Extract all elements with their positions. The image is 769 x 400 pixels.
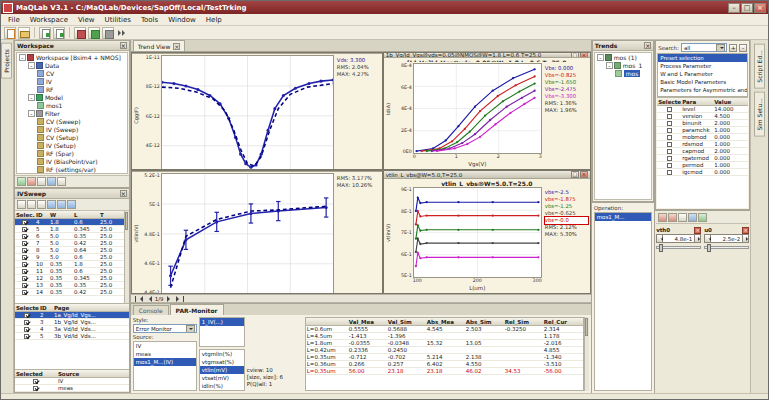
tree-item[interactable]: CV (Setup) — [17, 133, 127, 141]
metric-item[interactable]: idlin(%) — [200, 382, 244, 390]
close-icon[interactable] — [173, 43, 180, 50]
table-row[interactable]: 110.350.625.0 — [15, 268, 124, 275]
menu-item-utilities[interactable]: Utilities — [100, 16, 136, 24]
legend-entry[interactable]: Vbs=-3.300 — [545, 93, 588, 100]
legend-entry[interactable]: Vbs: 0.000 — [545, 65, 588, 72]
header-cell[interactable]: L — [73, 211, 99, 218]
header-cell[interactable]: T — [99, 211, 123, 218]
header-cell[interactable]: Selected — [15, 370, 57, 377]
table-row[interactable]: 100.351.825.0 — [15, 261, 124, 268]
metric-item[interactable]: vtgmsat(%) — [200, 358, 244, 366]
menu-item-help[interactable]: Help — [201, 16, 227, 24]
tree-item[interactable]: IV (Setup) — [17, 141, 127, 149]
tree-item[interactable]: IV (Sweep) — [17, 125, 127, 133]
source-item[interactable]: meas — [134, 350, 196, 358]
lock-icon[interactable] — [658, 213, 667, 222]
tab-projects[interactable]: Projects — [1, 43, 12, 79]
table-row[interactable]: 120.350.34525.0 — [15, 275, 124, 282]
minimize-button[interactable]: – — [728, 3, 740, 13]
tree-item[interactable]: mos1 — [17, 101, 127, 109]
open-icon[interactable] — [18, 27, 30, 39]
table-row[interactable]: rdsmod1.000 — [657, 141, 748, 148]
header-cell[interactable]: Page — [53, 304, 125, 311]
checkbox[interactable] — [24, 313, 29, 318]
legend-entry[interactable]: RMS: 3.177% — [337, 175, 380, 182]
parameter-group-item[interactable]: Parameters for Asymmetric and Bias-Depen… — [658, 86, 747, 94]
header-cell[interactable]: Val_Sim — [387, 318, 426, 325]
table-row[interactable]: L=0.42um0.23360.24504.855 — [306, 347, 583, 354]
style-combobox[interactable]: Error Monitor — [133, 324, 197, 333]
checkbox[interactable] — [667, 170, 672, 175]
tree-item[interactable]: -Workspace [Bsim4 + NMOS] — [17, 53, 127, 61]
checkbox[interactable] — [22, 227, 27, 232]
table-row[interactable]: IV — [15, 378, 129, 385]
table-row[interactable]: version4.500 — [657, 113, 748, 120]
legend-entry[interactable]: MAX: 4.27% — [337, 71, 380, 78]
table-row[interactable]: 65.00.3525.0 — [15, 233, 124, 240]
header-cell[interactable]: W — [49, 211, 73, 218]
parameter-group-item[interactable]: W and L Parameter — [658, 70, 747, 78]
table-row[interactable]: mobmod0.000 — [657, 134, 748, 141]
menu-item-workspace[interactable]: Workspace — [25, 16, 73, 24]
tab-trend-view[interactable]: Trend View — [133, 40, 186, 51]
tree-item[interactable]: RF (Spar) — [17, 149, 127, 157]
table-row[interactable]: level14.000 — [657, 106, 748, 113]
checkbox[interactable] — [22, 220, 27, 225]
tree-item[interactable]: IV (BiasPoint/var) — [17, 157, 127, 165]
table-row[interactable]: binunit2.000 — [657, 120, 748, 127]
menu-item-file[interactable]: File — [3, 16, 25, 24]
header-cell[interactable]: Value — [713, 98, 743, 105]
tuner-slider[interactable] — [656, 246, 701, 249]
tree-item[interactable]: -Filter — [17, 109, 127, 117]
metric-item[interactable]: idsat(%) — [200, 390, 244, 391]
legend-entry[interactable]: RMS: 1.36% — [545, 100, 588, 107]
slider-handle[interactable] — [659, 244, 663, 252]
connect-instrument-icon[interactable] — [74, 27, 86, 39]
legend-entry[interactable]: RMS: 2.12% — [545, 224, 588, 231]
header-cell[interactable]: Val_Mea — [348, 318, 387, 325]
table-row[interactable]: 41.80.625.0 — [15, 219, 124, 226]
checkbox[interactable] — [667, 135, 672, 140]
checkbox[interactable] — [24, 320, 29, 325]
legend-entry[interactable]: vbs=-1.25 — [545, 203, 588, 210]
header-cell[interactable]: Abs_Mea — [426, 318, 465, 325]
prev-page-button[interactable] — [146, 296, 152, 302]
checkbox[interactable] — [22, 276, 27, 281]
legend-entry[interactable]: RMS: 2.04% — [337, 64, 380, 71]
checkbox[interactable] — [667, 163, 672, 168]
plot-window-titlebar[interactable]: vtlin_L_vbs@W=5.0,T=25.0□× — [384, 171, 590, 179]
import-data-icon[interactable] — [39, 27, 51, 39]
header-cell[interactable]: Abs_Sim — [465, 318, 504, 325]
unlock-icon[interactable] — [668, 213, 677, 222]
checkbox[interactable] — [22, 262, 27, 267]
tab-console[interactable]: Console — [133, 305, 169, 315]
legend-entry[interactable]: Vbs=-2.475 — [545, 86, 588, 93]
metric-item[interactable]: vtlin(mV) — [200, 366, 244, 374]
vertical-scrollbar[interactable] — [584, 317, 589, 391]
table-row[interactable]: 95.00.625.0 — [15, 254, 124, 261]
new-icon[interactable] — [4, 27, 16, 39]
checkbox[interactable] — [667, 128, 672, 133]
slider-handle[interactable] — [707, 244, 711, 252]
table-row[interactable]: 140.350.4225.0 — [15, 289, 124, 296]
apply-icon[interactable] — [698, 213, 707, 222]
table-row[interactable]: L=4.5um-1.413-1.3961.178 — [306, 333, 583, 340]
checkbox[interactable] — [667, 107, 672, 112]
toolbar-overflow-icon[interactable] — [116, 27, 128, 39]
checkbox[interactable] — [22, 290, 27, 295]
header-cell[interactable]: Para — [681, 98, 713, 105]
checkbox[interactable] — [22, 234, 27, 239]
tree-item[interactable]: -Data — [17, 61, 127, 69]
expand-toggle-icon[interactable]: - — [28, 62, 35, 69]
page-item[interactable]: 1_IV(...) — [200, 318, 244, 326]
checkbox[interactable] — [22, 255, 27, 260]
table-row[interactable]: 43a_Vd/Id_Vds... — [15, 326, 129, 333]
increment-icon[interactable] — [742, 234, 749, 243]
source-item[interactable]: mos1_M...(IV) — [134, 358, 196, 366]
table-row[interactable]: L=0.36um0.2660.2576.4024.550-3.510 — [306, 361, 583, 368]
checkbox[interactable] — [667, 121, 672, 126]
table-row[interactable]: L=0.35um56.0023.1823.1846.0234.53-56.00 — [306, 368, 583, 375]
delete-icon[interactable] — [27, 177, 36, 186]
source-item[interactable]: IV — [134, 342, 196, 350]
remove-param-icon[interactable] — [694, 227, 701, 234]
